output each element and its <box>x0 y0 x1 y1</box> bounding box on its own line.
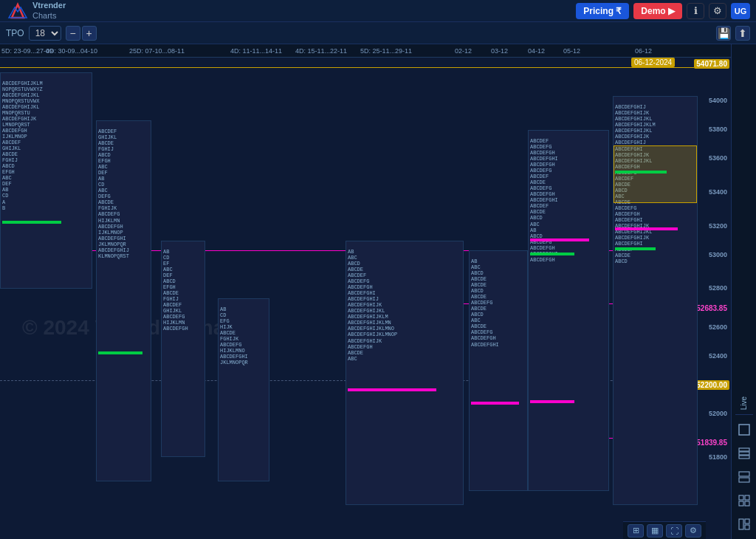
chart-area[interactable]: 5D: 23-09...27-09 4D: 30-09...04-10 25D:… <box>0 44 731 539</box>
zoom-in-button[interactable]: + <box>82 26 97 41</box>
svg-rect-12 <box>739 519 743 529</box>
time-label-6: 02-12 <box>455 47 472 55</box>
pink-bar-8 <box>530 238 589 241</box>
pink-bar-8b <box>530 400 574 403</box>
sidebar-layout-split[interactable] <box>734 467 755 487</box>
settings-button[interactable]: ⚙ <box>709 3 726 19</box>
profile-block-4: AB CD EFG HIJK ABCDE FGHIJK ABCDEFG HIJK… <box>218 298 269 481</box>
svg-rect-11 <box>745 501 749 506</box>
toolbar: TPO 18 30 60 − + 💾 ⬆ <box>0 22 756 44</box>
price-label-51800: 51800 <box>707 453 729 461</box>
price-label-53200: 53200 <box>707 222 729 230</box>
sidebar-divider-1 <box>735 414 753 415</box>
save-button[interactable]: 💾 <box>716 26 731 41</box>
time-label-2: 25D: 07-10...08-11 <box>129 47 185 55</box>
price-label-51839: 51839.85 <box>694 438 729 447</box>
profile-block-1: ABCDEFGHIJKLM NOPQRSTUVWXYZ ABCDEFGHIJKL… <box>0 72 92 289</box>
price-label-52800: 52800 <box>707 284 729 292</box>
price-label-53800: 53800 <box>707 125 729 134</box>
svg-rect-7 <box>739 478 749 482</box>
value-area-highlight <box>614 145 697 202</box>
svg-rect-8 <box>739 495 743 500</box>
logo-text: Vtrender Charts <box>32 1 66 20</box>
right-sidebar: Live <box>731 44 756 539</box>
price-label-54000: 54000 <box>707 96 729 105</box>
price-label-52683: 52683.85 <box>694 303 729 313</box>
price-line-54071 <box>0 67 694 68</box>
grid-view-button[interactable]: ⊞ <box>628 524 644 538</box>
svg-rect-14 <box>745 525 749 529</box>
info-button[interactable]: ℹ <box>687 3 704 19</box>
header-right: Pricing ₹ Demo ▶ ℹ ⚙ UG <box>576 3 750 19</box>
header: Vtrender Charts Pricing ₹ Demo ▶ ℹ ⚙ UG <box>0 0 756 22</box>
toolbar-right: 💾 ⬆ <box>716 26 750 41</box>
price-label-52000: 52000 <box>707 409 729 418</box>
profile-block-2: ABCDEF GHIJKL ABCDE FGHIJ ABCD EFGH ABC … <box>96 120 151 481</box>
demo-button[interactable]: Demo ▶ <box>633 3 682 19</box>
price-label-52600: 52600 <box>707 323 729 332</box>
chart-canvas[interactable]: 06-12-2024 © 2024 Vtrender Charts 54071.… <box>0 58 731 539</box>
profile-block-8: ABCDEF ABCDEFG ABCDEFGH ABCDEFGHI ABCDEF… <box>528 130 609 491</box>
profile-block-7: ABCDEFGHIJ ABCDEFGHIJK ABCDEFGHIJKL ABCD… <box>613 96 698 505</box>
time-label-3: 4D: 11-11...14-11 <box>230 47 282 55</box>
main: 5D: 23-09...27-09 4D: 30-09...04-10 25D:… <box>0 44 756 539</box>
chart-settings-button[interactable]: ⚙ <box>685 524 701 538</box>
svg-rect-5 <box>739 456 749 459</box>
svg-rect-13 <box>745 519 749 523</box>
pricing-button[interactable]: Pricing ₹ <box>576 3 629 19</box>
green-bar-7 <box>615 171 667 174</box>
time-label-7: 03-12 <box>491 47 508 55</box>
price-label-52200: 52200.00 <box>694 380 729 390</box>
share-button[interactable]: ⬆ <box>735 26 750 41</box>
price-label-54071: 54071.80 <box>694 59 729 69</box>
time-label-4: 4D: 15-11...22-11 <box>295 47 347 55</box>
price-label-53400: 53400 <box>707 188 729 196</box>
green-bar-2 <box>98 351 142 354</box>
fullscreen-button[interactable]: ⛶ <box>666 524 682 538</box>
avatar-button[interactable]: UG <box>731 3 750 19</box>
date-marker: 06-12-2024 <box>631 58 675 67</box>
time-label-1: 4D: 30-09...04-10 <box>46 47 97 55</box>
pink-bar-6 <box>471 402 519 405</box>
svg-rect-4 <box>739 452 749 455</box>
svg-rect-10 <box>739 501 743 506</box>
pink-bar-5 <box>348 388 436 391</box>
time-label-5: 5D: 25-11...29-11 <box>360 47 412 55</box>
sidebar-layout-rows[interactable] <box>734 443 755 464</box>
price-label-53000: 53000 <box>707 250 729 259</box>
green-bar-8 <box>530 253 574 255</box>
logo-area: Vtrender Charts <box>6 1 66 20</box>
live-indicator: Live <box>740 396 748 410</box>
sidebar-layout-grid[interactable] <box>734 490 755 511</box>
profile-block-5: AB ABC ABCD ABCDE ABCDEF ABCDEFG ABCDEFG… <box>346 241 464 506</box>
zoom-out-button[interactable]: − <box>66 26 80 41</box>
table-view-button[interactable]: ▦ <box>647 524 663 538</box>
logo-icon <box>6 1 30 21</box>
sidebar-layout-custom[interactable] <box>734 514 755 535</box>
profile-block-6: AB ABC ABCD ABCDE ABCDE ABCD ABCDE ABCDE… <box>469 250 528 491</box>
instrument-label: TPO <box>6 28 24 38</box>
svg-rect-2 <box>739 425 749 435</box>
svg-rect-3 <box>739 448 749 451</box>
svg-rect-6 <box>739 472 749 476</box>
time-label-8: 04-12 <box>528 47 545 55</box>
sidebar-layout-single[interactable] <box>734 419 755 440</box>
interval-select[interactable]: 18 30 60 <box>29 26 61 41</box>
price-label-52400: 52400 <box>707 351 729 360</box>
green-bar-7b <box>615 247 656 250</box>
time-axis: 5D: 23-09...27-09 4D: 30-09...04-10 25D:… <box>0 44 731 58</box>
price-label-53600: 53600 <box>707 154 729 162</box>
bottom-toolbar: ⊞ ▦ ⛶ ⚙ <box>623 521 706 539</box>
pink-bar-7 <box>615 227 678 230</box>
time-label-10: 06-12 <box>635 47 652 55</box>
svg-rect-9 <box>745 495 749 500</box>
green-bar-1 <box>2 221 61 224</box>
profile-block-3: AB CD EF ABC DEF ABCD EFGH ABCDE FGHIJ A… <box>161 241 205 457</box>
time-label-9: 05-12 <box>563 47 580 55</box>
